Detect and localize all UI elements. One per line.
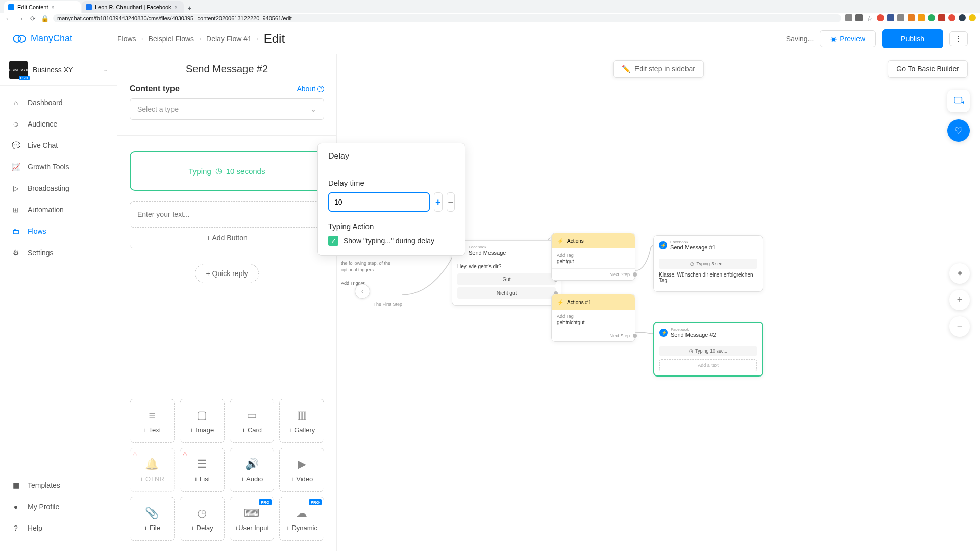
crumb-delayflow[interactable]: Delay Flow #1 [206,35,252,43]
sidebar-item-flows[interactable]: 🗀Flows [0,220,117,242]
nav-label: Audience [28,120,57,128]
node-send-message-1[interactable]: ⚡ Facebook Send Message #1 ◷Typing 5 sec… [653,235,763,292]
close-icon[interactable]: × [175,5,180,10]
node-send-message[interactable]: ⚡ Facebook Send Message Hey, wie geht's … [452,240,561,306]
block-option-gallery[interactable]: ▥+ Gallery [279,399,324,443]
auto-arrange-button[interactable]: ✦ [949,263,970,284]
next-step-port[interactable]: Next Step [552,268,635,280]
sidebar-item-broadcasting[interactable]: ▷Broadcasting [0,178,117,199]
close-icon[interactable]: × [52,5,57,10]
node-title: Actions [567,238,584,244]
add-node-button[interactable]: + [947,90,970,112]
sidebar-item-dashboard[interactable]: ⌂Dashboard [0,92,117,113]
browser-chrome: Edit Content × Leon R. Chaudhari | Faceb… [0,0,980,23]
favorites-button[interactable]: ♡ [947,119,970,142]
crumb-flows[interactable]: Flows [117,35,136,43]
preview-button[interactable]: ◉ Preview [820,30,876,47]
about-link[interactable]: About ? [297,85,324,93]
nav-label: Dashboard [28,98,63,107]
text-input-block[interactable] [130,201,324,228]
node-actions-1[interactable]: ⚡ Actions #1 Add Tag gehtnichtgut Next S… [551,294,635,342]
nav-icon: ▦ [11,481,20,490]
address-bar[interactable]: manychat.com/fb181039443240830/cms/files… [53,14,841,22]
sidebar-item-settings[interactable]: ⚙Settings [0,242,117,263]
collapse-button[interactable]: ‹ [355,284,370,299]
reply-button-nichtgut[interactable]: Nicht gut [457,287,556,299]
block-option-image[interactable]: ▢+ Image [180,399,225,443]
publish-button[interactable]: Publish [882,29,943,48]
sidebar-item-automation[interactable]: ⊞Automation [0,199,117,220]
goto-basic-builder-button[interactable]: Go To Basic Builder [888,60,968,78]
block-option-list[interactable]: ⚠☰+ List [180,448,225,492]
edit-step-sidebar-button[interactable]: ✏️ Edit step in sidebar [613,60,704,78]
nav-label: My Profile [28,503,59,511]
block-label: + Delay [190,524,213,532]
node-send-message-2[interactable]: ⚡ Facebook Send Message #2 ◷Typing 10 se… [653,322,763,377]
sidebar-item-templates[interactable]: ▦Templates [0,474,117,496]
block-option-audio[interactable]: 🔊+ Audio [230,448,275,492]
flow-canvas[interactable]: ✏️ Edit step in sidebar Go To Basic Buil… [337,54,980,551]
extension-icons: ☆ [845,14,976,22]
editor-panel: Send Message #2 Content type About ? Sel… [117,54,337,551]
block-option-dynamic[interactable]: PRO☁+ Dynamic [279,497,324,541]
block-icon: ⌨ [243,507,260,520]
chevron-right-icon: › [141,35,143,42]
content-type-select[interactable]: Select a type ⌄ [130,98,324,120]
zoom-out-button[interactable]: − [949,316,970,337]
logo[interactable]: ManyChat [12,32,117,46]
block-icon: ▢ [197,409,207,422]
block-label: + OTNR [140,475,164,483]
next-step-port[interactable]: Next Step [552,330,635,341]
block-label: + Gallery [288,426,315,434]
quick-reply-button[interactable]: + Quick reply [195,264,258,283]
block-option-userinput[interactable]: PRO⌨+User Input [230,497,275,541]
block-option-text[interactable]: ≡+ Text [130,399,175,443]
sidebar-item-live-chat[interactable]: 💬Live Chat [0,135,117,156]
content-type-label: Content type [130,84,180,93]
sidebar-item-audience[interactable]: ☺Audience [0,113,117,135]
tag-label: Add Tag [557,314,630,319]
block-option-video[interactable]: ▶+ Video [279,448,324,492]
add-text-placeholder[interactable]: Add a text [659,359,757,371]
block-option-card[interactable]: ▭+ Card [230,399,275,443]
add-trigger-link[interactable]: Add Trigger [341,280,402,287]
nav-label: Templates [28,481,60,489]
block-label: + Card [242,426,262,434]
nav-icon: 📈 [11,162,20,171]
sidebar-item-help[interactable]: ?Help [0,517,117,539]
new-tab-button[interactable]: + [185,3,195,13]
delay-time-label: Delay time [328,179,455,187]
tag-value: gehtnichtgut [557,320,630,325]
block-option-delay[interactable]: ◷+ Delay [180,497,225,541]
node-title: Send Message #1 [670,244,716,251]
back-button[interactable]: ← [4,14,12,22]
browser-tab-1[interactable]: Edit Content × [4,1,81,13]
reload-button[interactable]: ⟳ [29,14,37,22]
help-icon: ? [317,86,324,92]
sidebar-item-my-profile[interactable]: ●My Profile [0,496,117,517]
block-option-file[interactable]: 📎+ File [130,497,175,541]
block-icon: 📎 [145,507,159,520]
add-button[interactable]: + Add Button [130,228,324,248]
increment-button[interactable]: + [434,192,443,212]
delay-time-input[interactable] [328,192,430,212]
reply-button-gut[interactable]: Gut [457,273,556,285]
decrement-button[interactable]: − [447,192,455,212]
zoom-in-button[interactable]: + [949,290,970,310]
show-typing-checkbox[interactable]: ✓ [328,236,338,246]
node-actions[interactable]: ⚡ Actions Add Tag gehtgut Next Step [551,233,635,281]
block-icon: ☁ [296,507,307,520]
forward-button[interactable]: → [16,14,24,22]
nav-label: Automation [28,206,64,214]
divider [117,135,336,136]
workspace-switcher[interactable]: BUSINESS XY PRO Business XY ⌄ [0,54,117,86]
block-icon: ☰ [197,458,207,471]
browser-tab-2[interactable]: Leon R. Chaudhari | Facebook × [82,1,184,13]
crumb-beispiel[interactable]: Beispiel Flows [149,35,194,43]
more-menu-button[interactable]: ⋮ [949,31,968,46]
block-icon: ▥ [297,409,307,422]
typing-delay-block[interactable]: Typing ◷ 10 seconds [130,151,324,191]
sidebar-item-growth-tools[interactable]: 📈Growth Tools [0,156,117,178]
star-icon[interactable]: ☆ [866,14,874,22]
message-text-input[interactable] [137,210,316,218]
